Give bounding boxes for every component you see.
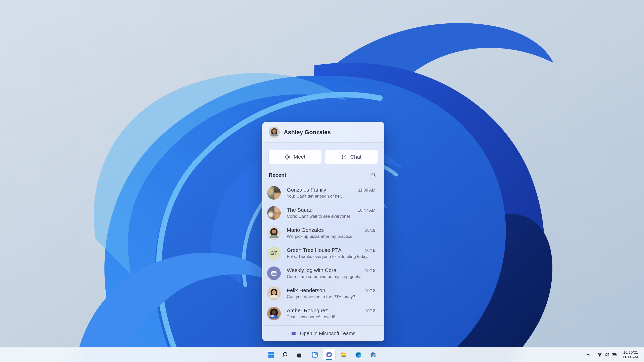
quick-actions: Meet Chat: [263, 143, 384, 164]
conversation-preview: You: Can’t get enough of her.: [287, 194, 375, 199]
compose-icon: [341, 154, 347, 160]
chat-button[interactable]: Chat: [325, 150, 378, 164]
collage-photo: [274, 193, 281, 200]
microsoft-teams-icon: [291, 331, 297, 336]
conversation-name: Mario Gonzales: [287, 227, 362, 233]
conversation-name: Amber Rodriguez: [287, 307, 362, 313]
taskbar-search-button[interactable]: [279, 349, 292, 360]
collage-photo: [274, 206, 281, 213]
group-avatar: [267, 186, 281, 200]
open-in-teams-label: Open in Microsoft Teams: [300, 331, 355, 336]
conversation-name: Weekly jog with Cora: [287, 267, 362, 273]
open-in-teams-button[interactable]: Open in Microsoft Teams: [290, 330, 357, 337]
active-app-indicator: [326, 359, 332, 360]
conversation-preview: Cora: I am so behind on my step goals.: [287, 274, 375, 279]
meet-button[interactable]: Meet: [269, 150, 321, 164]
list-item[interactable]: Felix Henderson 10/18 Can you drive me t…: [263, 283, 384, 303]
file-explorer-icon: [341, 351, 347, 358]
teams-chat-icon: [326, 351, 333, 358]
photo-avatar: [267, 307, 281, 320]
photo-avatar: [267, 287, 281, 300]
start-button[interactable]: [265, 349, 277, 360]
taskbar-center-icons: [265, 347, 379, 362]
edge-icon: [355, 351, 362, 358]
meet-button-label: Meet: [294, 154, 305, 160]
hidden-icons-chevron-icon[interactable]: [586, 353, 590, 357]
file-explorer-button[interactable]: [338, 349, 350, 360]
calendar-icon: [271, 270, 277, 277]
conversation-preview: Felix: Thanks everyone for attending tod…: [287, 254, 375, 259]
conversation-preview: Cora: Can’t wait to see everyone!: [287, 214, 375, 219]
group-avatar: [267, 206, 281, 220]
tray-date: 10/20/21: [623, 350, 638, 355]
profile-avatar: [269, 127, 280, 138]
teams-chat-button[interactable]: [323, 349, 335, 360]
conversation-time: 10:47 AM: [358, 208, 375, 213]
conversation-preview: Will pick up pizza after my practice.: [287, 234, 375, 239]
widgets-button[interactable]: [309, 349, 321, 360]
list-item[interactable]: GT Green Tree House PTA 10/19 Felix: Tha…: [263, 243, 384, 263]
conversation-time: 10/19: [365, 248, 375, 253]
volume-icon[interactable]: [605, 352, 610, 357]
conversation-time: 10/19: [365, 228, 375, 233]
microsoft-store-icon: [370, 351, 376, 358]
teams-chat-flyout: Ashley Gonzales Meet: [262, 122, 384, 341]
system-tray: 10/20/21 11:11 AM: [586, 347, 644, 362]
profile-name: Ashley Gonzales: [284, 129, 331, 136]
conversation-preview: Can you drive me to the PTA today?: [287, 294, 375, 299]
task-view-button[interactable]: [294, 349, 306, 360]
chat-button-label: Chat: [350, 154, 361, 160]
recent-header: Recent: [263, 164, 384, 179]
list-item[interactable]: Gonzales Family 11:09 AM You: Can’t get …: [263, 183, 384, 203]
conversation-name: Felix Henderson: [287, 287, 362, 293]
edge-button[interactable]: [352, 349, 365, 360]
widgets-icon: [311, 351, 318, 358]
conversation-preview: That is awesome! Love it!: [287, 314, 375, 320]
flyout-header: Ashley Gonzales: [263, 122, 384, 143]
conversation-time: 10/18: [365, 288, 375, 293]
conversation-time: 11:09 AM: [358, 188, 376, 193]
microsoft-store-button[interactable]: [367, 349, 379, 360]
conversation-name: Green Tree House PTA: [287, 247, 362, 253]
start-icon: [268, 351, 274, 358]
initials-avatar: GT: [267, 246, 281, 260]
battery-icon[interactable]: [612, 353, 617, 357]
wifi-icon[interactable]: [597, 352, 602, 357]
collage-photo: [274, 213, 281, 220]
desktop: Ashley Gonzales Meet: [0, 0, 644, 362]
search-icon[interactable]: [371, 172, 376, 178]
taskbar: 10/20/21 11:11 AM: [0, 347, 644, 362]
recent-conversations-list: Gonzales Family 11:09 AM You: Can’t get …: [263, 179, 384, 325]
avatar-initials: GT: [270, 250, 278, 256]
collage-photo: [274, 186, 281, 193]
collage-photo: [267, 186, 274, 200]
list-item[interactable]: The Squad 10:47 AM Cora: Can’t wait to s…: [263, 203, 384, 223]
collage-photo: [267, 206, 274, 220]
video-camera-icon: [285, 154, 291, 160]
search-icon: [282, 351, 289, 358]
conversation-time: 10/18: [365, 268, 375, 273]
list-item[interactable]: Amber Rodriguez 10/18 That is awesome! L…: [263, 303, 384, 324]
flyout-footer: Open in Microsoft Teams: [263, 325, 384, 341]
tray-time: 11:11 AM: [623, 355, 638, 359]
photo-avatar: [267, 226, 281, 240]
calendar-avatar: [267, 266, 281, 280]
list-item[interactable]: Weekly jog with Cora 10/18 Cora: I am so…: [263, 263, 384, 283]
taskbar-clock[interactable]: 10/20/21 11:11 AM: [622, 349, 638, 360]
conversation-time: 10/18: [365, 308, 375, 313]
list-item[interactable]: Mario Gonzales 10/19 Will pick up pizza …: [263, 223, 384, 243]
conversation-name: The Squad: [287, 207, 355, 213]
task-view-icon: [297, 351, 303, 358]
recent-heading: Recent: [269, 172, 286, 178]
conversation-name: Gonzales Family: [287, 187, 355, 193]
